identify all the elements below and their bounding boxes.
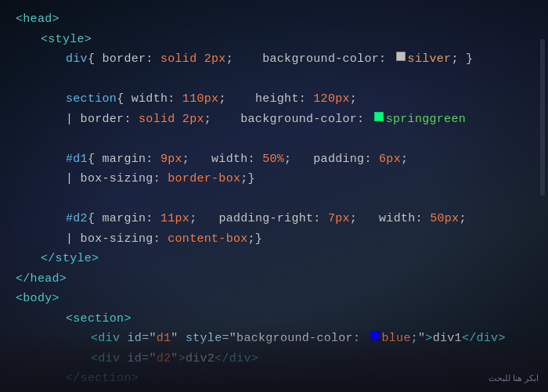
code-token-punct: ;} (248, 229, 263, 250)
code-token-property: margin (103, 149, 146, 170)
code-token-value: solid 2px (160, 49, 226, 70)
code-token-property: width (379, 209, 416, 229)
code-line: | box-sizing: content-box;} (16, 229, 548, 250)
code-token-punct: : (146, 209, 160, 229)
code-token-value: 120px (313, 89, 350, 110)
code-token-punct: ; (189, 209, 218, 229)
code-token-property: padding-right (218, 209, 313, 229)
code-line: div{ border: solid 2px; background-color… (16, 49, 548, 70)
code-token-punct: { (88, 149, 103, 170)
code-token-tag: </style> (41, 249, 99, 269)
code-token-tag: </head> (16, 269, 67, 290)
code-token-property: border (103, 49, 146, 70)
code-token-punct: { (117, 89, 132, 110)
code-token-punct: ; (204, 110, 241, 130)
code-token-punct: : (416, 209, 431, 229)
code-line (16, 189, 548, 210)
code-token-value: 50px (430, 209, 459, 229)
code-token-punct: { (88, 209, 103, 229)
code-line: #d1{ margin: 9px; width: 50%; padding: 6… (16, 149, 548, 170)
code-token-tag: <body> (16, 289, 59, 309)
code-token-value: border-box (168, 169, 240, 189)
code-token-punct: : (153, 229, 168, 250)
code-token-punct: | (66, 169, 81, 189)
code-token-property: width (132, 89, 168, 110)
code-token-property: background-color (240, 110, 357, 130)
code-token-punct: | (66, 110, 81, 130)
silver-color-swatch (396, 52, 406, 61)
code-token-property: box-sizing (81, 169, 153, 189)
code-token-property: margin (103, 209, 146, 229)
code-line: <style> (16, 30, 548, 50)
code-line: </style> (16, 249, 548, 269)
code-line: | border: solid 2px; background-color: s… (16, 110, 548, 130)
code-token-property: background-color (262, 49, 379, 70)
code-editor-screen: <head><style>div{ border: solid 2px; bac… (0, 0, 548, 392)
code-token-punct: { (88, 49, 103, 70)
code-line: | box-sizing: border-box;} (16, 169, 548, 189)
code-token-value: 6px (379, 149, 401, 170)
code-token-punct: : (146, 149, 160, 170)
code-token-tag: <section> (66, 309, 132, 329)
code-token-punct: ; (218, 89, 255, 110)
code-token-punct: : (124, 110, 139, 130)
code-token-value: solid 2px (139, 110, 204, 130)
code-token-property: border (81, 110, 124, 130)
code-token-punct: ; (459, 209, 466, 229)
code-token-property: height (255, 89, 299, 110)
code-token-punct: ; (226, 49, 263, 70)
code-token-punct: ; (350, 209, 379, 229)
code-token-color-silver: silver (408, 49, 452, 70)
code-token-punct: ; (284, 149, 313, 170)
code-token-tag: <style> (41, 30, 92, 50)
keyboard-overlay (0, 329, 548, 392)
code-token-punct: : (146, 49, 160, 70)
scrollbar[interactable] (540, 39, 545, 196)
code-line (16, 129, 548, 149)
code-token-color-spring: springgreen (386, 110, 466, 130)
code-token-punct: : (153, 169, 168, 189)
code-token-selector-id: #d2 (66, 209, 88, 229)
code-token-selector: div (66, 49, 88, 70)
watermark-text: ابكر هنا للبحث (489, 371, 539, 386)
code-token-punct: : (313, 209, 328, 229)
code-token-property: box-sizing (81, 229, 153, 250)
code-line: <section> (16, 309, 548, 329)
code-line (16, 70, 548, 90)
code-line: <body> (16, 289, 548, 309)
spring-color-swatch (374, 112, 384, 121)
code-line: </head> (16, 269, 548, 290)
code-token-value: 7px (328, 209, 350, 229)
code-token-value: 9px (160, 149, 182, 170)
code-token-punct: : (364, 149, 379, 170)
code-token-punct: ; (182, 149, 211, 170)
code-token-punct: : (299, 89, 314, 110)
code-token-value: 11px (160, 209, 189, 229)
code-token-value: 50% (262, 149, 284, 170)
code-token-selector-id: #d1 (66, 149, 88, 170)
code-token-value: content-box (168, 229, 247, 250)
code-token-punct: : (357, 110, 372, 130)
code-token-selector: section (66, 89, 117, 110)
code-line: section{ width: 110px; height: 120px; (16, 89, 548, 110)
code-token-property: width (211, 149, 248, 170)
code-token-punct: ; } (451, 49, 473, 70)
code-token-punct: : (379, 49, 394, 70)
code-line: <head> (16, 9, 548, 30)
code-token-tag: <head> (16, 9, 59, 30)
code-token-value: 110px (182, 89, 219, 110)
code-token-punct: : (168, 89, 182, 110)
code-token-property: padding (313, 149, 364, 170)
code-token-punct: ; (401, 149, 408, 170)
code-token-punct: | (66, 229, 81, 250)
code-line: #d2{ margin: 11px; padding-right: 7px; w… (16, 209, 548, 229)
code-token-punct: ; (350, 89, 357, 110)
code-token-punct: : (248, 149, 263, 170)
code-token-punct: ;} (240, 169, 255, 189)
